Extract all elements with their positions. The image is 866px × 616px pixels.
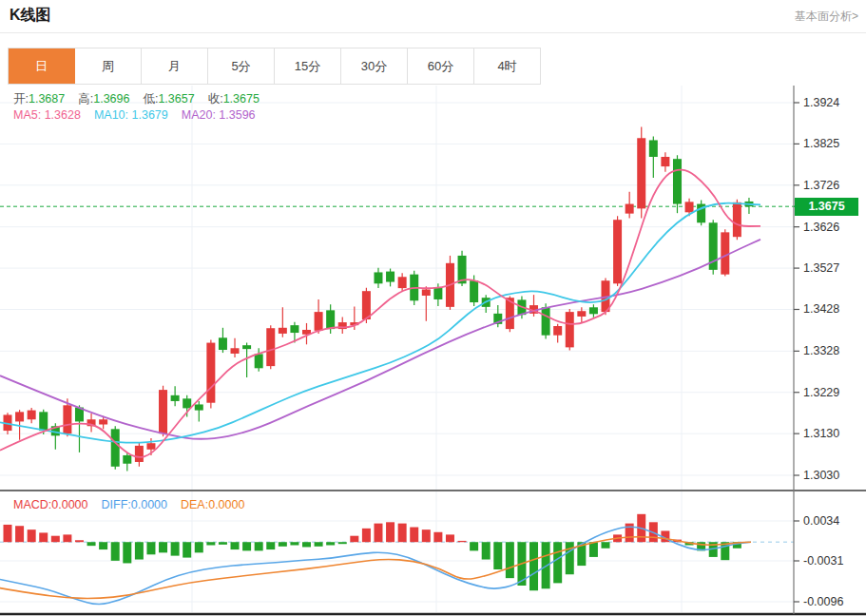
tab-timeframe-5[interactable]: 30分 [341, 48, 408, 84]
macd-axis-label: -0.0031 [803, 554, 843, 568]
legend-label: MACD: [13, 498, 51, 511]
legend-value: 1.3628 [45, 108, 81, 122]
ma-legend: MA5: 1.3628MA10: 1.3679MA20: 1.3596 [13, 108, 269, 122]
current-price-tag: 1.3675 [795, 198, 858, 216]
ohlc-legend: 开:1.3687高:1.3696低:1.3657收:1.3675 [13, 91, 273, 107]
tab-timeframe-1[interactable]: 周 [75, 48, 142, 84]
tab-timeframe-2[interactable]: 月 [142, 48, 208, 84]
ma5-line [0, 170, 760, 457]
legend-value: 1.3596 [219, 108, 255, 122]
legend-label: DIFF: [102, 498, 131, 511]
price-axis-label: 1.3527 [803, 261, 839, 275]
legend-value: 0.0000 [51, 498, 87, 511]
tab-timeframe-7[interactable]: 4时 [474, 48, 540, 84]
fundamental-analysis-link[interactable]: 基本面分析> [795, 9, 858, 25]
macd-axis-label: 0.0034 [803, 514, 839, 528]
legend-value: 1.3675 [223, 92, 260, 106]
legend-label: MA5: [13, 108, 45, 122]
macd-axis-label: -0.0096 [803, 595, 843, 608]
legend-label: 开: [13, 92, 29, 106]
tab-timeframe-4[interactable]: 15分 [275, 48, 341, 84]
price-axis-label: 1.3328 [803, 344, 839, 357]
legend-value: 1.3657 [158, 92, 194, 106]
timeframe-tab-bar: 日周月5分15分30分60分4时 [8, 48, 541, 85]
price-axis: 1.39241.38251.37261.36261.35271.34281.33… [794, 96, 839, 482]
tab-timeframe-6[interactable]: 60分 [408, 48, 474, 84]
legend-label: MA20: [182, 108, 220, 122]
legend-label: MA10: [94, 108, 132, 122]
price-axis-label: 1.3726 [803, 179, 839, 192]
price-axis-label: 1.3428 [803, 302, 839, 316]
price-axis-label: 1.3825 [803, 137, 839, 150]
legend-value: 1.3679 [132, 108, 168, 122]
price-axis-label: 1.3229 [803, 386, 839, 399]
ma10-line [0, 203, 760, 443]
legend-label: DEA: [181, 498, 208, 511]
legend-label: 高: [78, 92, 93, 106]
page-title: K线图 [10, 6, 51, 26]
legend-label: 收: [208, 92, 223, 106]
candles [4, 126, 754, 471]
price-axis-label: 1.3030 [803, 469, 839, 482]
macd-legend: MACD:0.0000DIFF:0.0000DEA:0.0000 [13, 498, 258, 511]
price-axis-label: 1.3924 [803, 96, 839, 109]
price-axis-label: 1.3130 [803, 427, 839, 440]
reference-lines [0, 206, 794, 542]
price-axis-label: 1.3626 [803, 221, 839, 234]
ma20-line [0, 240, 760, 439]
legend-value: 0.0000 [208, 498, 244, 511]
legend-value: 1.3696 [93, 92, 129, 106]
tab-timeframe-0[interactable]: 日 [9, 48, 75, 84]
macd-axis: 0.0034-0.0031-0.0096 [794, 514, 843, 608]
tab-timeframe-3[interactable]: 5分 [208, 48, 275, 84]
title-divider [0, 32, 866, 33]
legend-value: 1.3687 [29, 92, 65, 106]
legend-label: 低: [143, 92, 158, 106]
ma-lines [0, 170, 760, 457]
legend-value: 0.0000 [131, 498, 167, 511]
